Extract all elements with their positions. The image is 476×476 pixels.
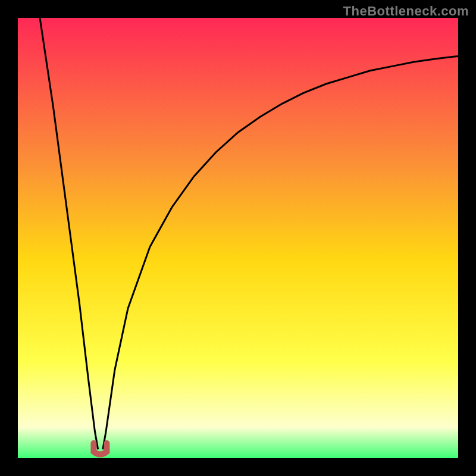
gradient-background xyxy=(18,18,458,458)
frame-bottom xyxy=(0,458,476,476)
watermark-text: TheBottleneck.com xyxy=(343,4,469,19)
chart-stage: TheBottleneck.com xyxy=(0,0,476,476)
frame-left xyxy=(0,0,18,476)
plot-area xyxy=(0,0,476,476)
plot-svg xyxy=(0,0,476,476)
frame-right xyxy=(458,0,476,476)
